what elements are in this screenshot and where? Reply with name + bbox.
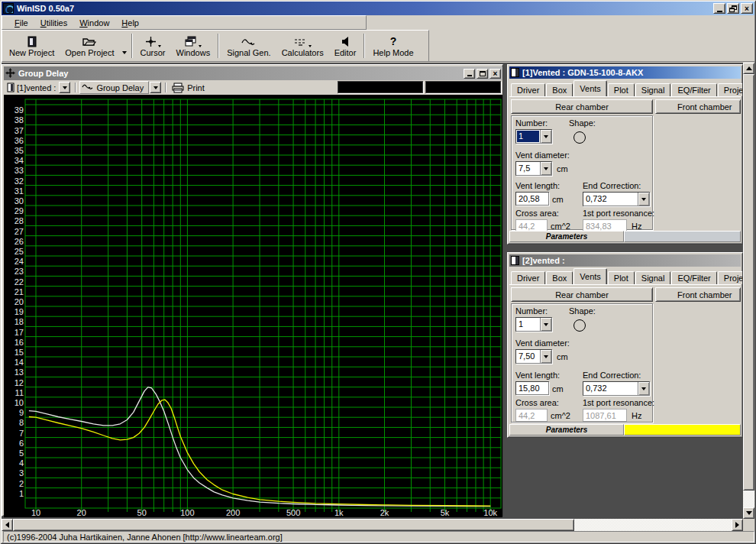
- tab-eq-filter[interactable]: EQ/Filter: [671, 83, 716, 96]
- scroll-left-button[interactable]: [2, 519, 13, 531]
- svg-text:1: 1: [19, 489, 24, 498]
- new-project-button[interactable]: New Project: [4, 31, 60, 60]
- svg-text:22: 22: [15, 277, 24, 287]
- end-correction-combo[interactable]: 0,732: [583, 381, 650, 396]
- rear-chamber-header[interactable]: Rear chamber: [511, 287, 653, 302]
- open-project-dropdown[interactable]: [120, 31, 129, 60]
- tab-vents[interactable]: Vents: [573, 268, 607, 284]
- tab-driver[interactable]: Driver: [511, 83, 545, 96]
- project-1-tabs: DriverBoxVentsPlotSignalEQ/FilterProject: [509, 81, 741, 97]
- vent-shape-circle-icon[interactable]: [573, 131, 586, 144]
- end-correction-combo[interactable]: 0,732: [583, 192, 650, 206]
- svg-text:5k: 5k: [441, 508, 450, 517]
- group-delay-title: Group Delay: [18, 69, 462, 78]
- tab-vents[interactable]: Vents: [573, 80, 607, 96]
- vent-diameter-combo[interactable]: 7,50: [515, 349, 552, 364]
- tab-plot[interactable]: Plot: [608, 271, 635, 284]
- svg-text:13: 13: [15, 368, 24, 377]
- cross-area-unit: cm^2: [551, 411, 570, 420]
- vent-length-input[interactable]: [515, 192, 549, 206]
- minimize-button[interactable]: [713, 3, 725, 14]
- gd-minimize-button[interactable]: [464, 69, 475, 79]
- svg-text:20: 20: [15, 297, 24, 306]
- scroll-down-button[interactable]: [743, 507, 754, 519]
- menubar: FileUtilitiesWindowHelp: [2, 15, 754, 30]
- svg-text:11: 11: [15, 388, 24, 397]
- tab-driver[interactable]: Driver: [511, 271, 545, 284]
- graph-type-value: Group Delay: [96, 83, 144, 92]
- svg-text:17: 17: [15, 328, 24, 337]
- parameters-row: Parameters: [509, 424, 741, 436]
- parameters-button[interactable]: Parameters: [509, 231, 624, 242]
- gd-maximize-button[interactable]: [477, 69, 488, 79]
- vertical-scroll-thumb[interactable]: [743, 74, 754, 491]
- group-delay-window: Group Delay × [1]vented : Group Delay: [2, 64, 503, 516]
- scroll-up-button[interactable]: [743, 63, 754, 74]
- group-delay-plot[interactable]: 1234567891011121314151617181920212223242…: [4, 95, 502, 517]
- mdi-horizontal-scrollbar[interactable]: [2, 519, 743, 531]
- tab-signal[interactable]: Signal: [635, 83, 671, 96]
- gd-close-button[interactable]: ×: [489, 69, 501, 79]
- signal-gen-button[interactable]: Signal Gen.: [221, 31, 276, 60]
- window-titlebar[interactable]: WinISD 0.50a7 ×: [2, 2, 754, 15]
- help-mode-button[interactable]: ? Help Mode: [367, 31, 418, 60]
- vent-shape-circle-icon[interactable]: [573, 319, 586, 332]
- menu-band: FileUtilitiesWindowHelp: [2, 15, 367, 30]
- tab-project[interactable]: Project: [718, 271, 743, 284]
- svg-text:37: 37: [15, 126, 24, 135]
- project-1-titlebar[interactable]: [1]Vented : GDN-15-100-8-AKX: [509, 66, 741, 79]
- scroll-right-button[interactable]: [732, 519, 743, 531]
- close-button[interactable]: ×: [741, 3, 753, 14]
- tab-project[interactable]: Project: [718, 83, 743, 96]
- svg-text:6: 6: [19, 439, 24, 448]
- tab-box[interactable]: Box: [546, 83, 573, 96]
- project-panel-1: [1]Vented : GDN-15-100-8-AKX DriverBoxVe…: [507, 64, 743, 244]
- vent-length-input[interactable]: [515, 381, 549, 395]
- menu-utilities[interactable]: Utilities: [34, 17, 73, 29]
- end-correction-label: End Correction:: [583, 181, 641, 190]
- port-resonance-input: [583, 409, 627, 422]
- print-button[interactable]: Print: [170, 81, 209, 94]
- graph-type-dropdown[interactable]: [150, 82, 161, 93]
- restore-button[interactable]: [727, 3, 739, 14]
- mdi-vertical-scrollbar[interactable]: [743, 63, 754, 519]
- tab-plot[interactable]: Plot: [608, 83, 635, 96]
- vent-diameter-combo[interactable]: 7,5: [515, 161, 552, 176]
- menu-help[interactable]: Help: [115, 17, 145, 29]
- front-chamber-header[interactable]: Front chamber: [655, 287, 741, 302]
- front-chamber-header[interactable]: Front chamber: [655, 99, 741, 114]
- toolbar-separator: [218, 34, 219, 58]
- port-resonance-label: 1st port resonance:: [583, 209, 654, 218]
- editor-button[interactable]: Editor: [329, 31, 362, 60]
- tab-box[interactable]: Box: [546, 271, 573, 284]
- help-mode-icon: ?: [390, 34, 397, 47]
- vent-count-combo[interactable]: 1: [515, 129, 552, 144]
- project-2-titlebar[interactable]: [2]vented :: [509, 254, 741, 267]
- calculators-button[interactable]: Calculators: [276, 31, 329, 60]
- port-resonance-label: 1st port resonance:: [583, 398, 654, 407]
- statusbar-text: (c)1996-2004 Juha Hartikainen, Janne Aho…: [7, 533, 283, 542]
- project-selector[interactable]: [1]vented :: [5, 81, 72, 94]
- tab-signal[interactable]: Signal: [635, 271, 671, 284]
- svg-text:500: 500: [286, 508, 300, 517]
- group-delay-titlebar[interactable]: Group Delay ×: [4, 66, 502, 80]
- tab-eq-filter[interactable]: EQ/Filter: [671, 271, 716, 284]
- horizontal-scroll-thumb[interactable]: [13, 519, 574, 531]
- cursor-button[interactable]: Cursor: [135, 31, 171, 60]
- svg-text:39: 39: [15, 105, 24, 115]
- project-1-icon: [511, 68, 519, 77]
- open-project-button[interactable]: Open Project: [60, 31, 119, 60]
- svg-text:21: 21: [15, 287, 24, 296]
- svg-text:15: 15: [15, 348, 24, 357]
- windows-button[interactable]: Windows: [171, 31, 216, 60]
- rear-chamber-header[interactable]: Rear chamber: [511, 99, 653, 114]
- menu-file[interactable]: File: [8, 17, 34, 29]
- cross-area-input: [515, 409, 548, 422]
- graph-type-selector[interactable]: Group Delay: [79, 81, 149, 94]
- parameters-button[interactable]: Parameters: [509, 424, 624, 436]
- vent-diameter-unit: cm: [557, 164, 568, 173]
- svg-text:5: 5: [19, 448, 24, 458]
- menu-window[interactable]: Window: [73, 17, 115, 29]
- vent-count-combo[interactable]: 1: [515, 317, 552, 332]
- project-selector-dropdown[interactable]: [59, 82, 70, 93]
